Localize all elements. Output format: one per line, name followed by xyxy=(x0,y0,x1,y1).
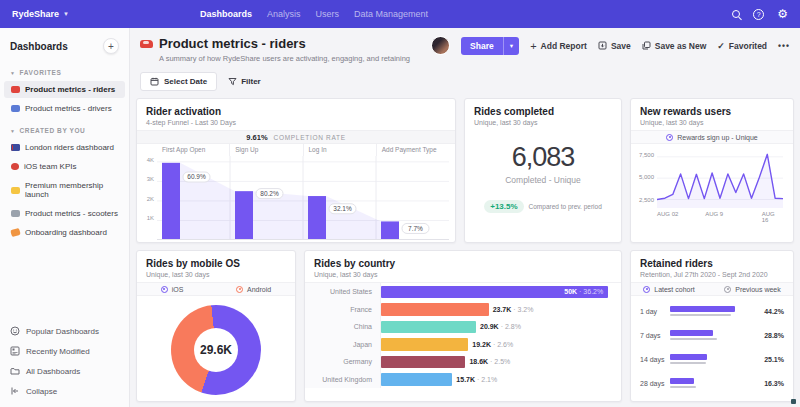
retention-label: 28 days xyxy=(640,380,670,387)
country-row: United Kingdom15.7K · 2.1% xyxy=(305,371,621,389)
country-bar[interactable] xyxy=(381,321,476,334)
nav-data-management[interactable]: Data Management xyxy=(354,9,428,19)
country-label: Germany xyxy=(305,353,381,371)
add-report-button[interactable]: + Add Report xyxy=(530,40,587,52)
retained-riders-card[interactable]: Retained riders Retention, Jul 27th 2020… xyxy=(630,250,794,402)
favorited-button[interactable]: ✓ Favorited xyxy=(717,41,767,51)
country-bar[interactable] xyxy=(381,373,452,386)
card-subtitle: Retention, Jul 27th 2020 - Sept 2nd 2020 xyxy=(640,271,784,278)
sidebar-title: Dashboards xyxy=(10,41,68,52)
line-chart[interactable] xyxy=(657,150,783,208)
collapse-sidebar-button[interactable]: Collapse xyxy=(10,381,119,401)
country-row: China20.9K · 2.8% xyxy=(305,318,621,336)
retention-label: 14 days xyxy=(640,356,670,363)
funnel-chart[interactable]: 60.9%80.2%32.1%7.7% xyxy=(157,156,449,240)
previous-week-bar[interactable] xyxy=(670,314,731,316)
all-dashboards-link[interactable]: All Dashboards xyxy=(10,361,119,381)
rides-by-mobile-os-card[interactable]: Rides by mobile OS Unique, last 30 days … xyxy=(136,250,296,402)
latest-cohort-bar[interactable] xyxy=(670,306,735,312)
apple-icon xyxy=(11,163,19,170)
sidebar-item-product-metrics-riders[interactable]: Product metrics - riders xyxy=(4,81,125,98)
country-bar[interactable] xyxy=(381,303,489,316)
legend-rewards-signup[interactable]: Rewards sign up - Unique xyxy=(666,134,758,141)
country-label: Japan xyxy=(305,336,381,354)
svg-text:32.1%: 32.1% xyxy=(333,205,352,212)
filter-button[interactable]: Filter xyxy=(226,73,263,90)
previous-week-bar[interactable] xyxy=(670,362,706,364)
card-title: Rides by mobile OS xyxy=(146,258,286,269)
resize-handle[interactable] xyxy=(791,399,796,404)
created-by-you-section-header[interactable]: ▼ CREATED BY YOU xyxy=(0,118,129,138)
nav-dashboards[interactable]: Dashboards xyxy=(200,9,252,19)
country-bar[interactable] xyxy=(381,356,465,369)
funnel-step-headers: First App Open Sign Up Log In Add Paymen… xyxy=(157,144,449,156)
new-rewards-users-card[interactable]: New rewards users Unique, last 30 days R… xyxy=(630,98,794,243)
brand-menu[interactable]: RydeShare ▼ xyxy=(12,9,69,19)
sidebar-item-product-metrics-drivers[interactable]: Product metrics - drivers xyxy=(4,100,125,117)
share-button[interactable]: Share ▼ xyxy=(461,37,519,55)
card-title: Rider activation xyxy=(146,106,446,117)
main-content: Product metrics - riders A summary of ho… xyxy=(130,28,800,407)
series-radio-icon xyxy=(666,134,673,141)
legend-ios[interactable]: iOS xyxy=(161,286,184,293)
series-radio-icon xyxy=(643,286,650,293)
country-row: Germany18.6K · 2.5% xyxy=(305,353,621,371)
delta-badge: +13.5% xyxy=(484,200,523,213)
country-bar[interactable] xyxy=(381,338,468,351)
chevron-down-icon[interactable]: ▼ xyxy=(503,37,519,55)
sidebar-item-product-metrics-scooters[interactable]: Product metrics - scooters xyxy=(4,205,125,222)
sidebar-item-onboarding-dashboard[interactable]: Onboarding dashboard xyxy=(4,224,125,241)
country-bar[interactable]: 50K · 36.2% xyxy=(381,286,608,299)
car-icon xyxy=(140,40,153,48)
legend-previous-week[interactable]: Previous week xyxy=(724,286,781,293)
latest-cohort-bar[interactable] xyxy=(670,378,694,384)
country-label: United Kingdom xyxy=(305,371,381,389)
latest-cohort-bar[interactable] xyxy=(670,330,713,336)
sidebar-item-ios-team-kpis[interactable]: iOS team KPIs xyxy=(4,158,125,175)
user-avatar[interactable] xyxy=(431,36,450,55)
svg-text:60.9%: 60.9% xyxy=(187,173,206,180)
country-bar-track: 23.7K · 3.2% xyxy=(381,301,621,319)
retention-bar-chart: 1 day44.2%7 days28.8%14 days25.1%28 days… xyxy=(631,296,793,395)
legend-android[interactable]: Android xyxy=(236,286,271,293)
donut-chart[interactable]: 29.6K xyxy=(171,305,261,395)
completion-rate-banner: 9.61% COMPLETION RATE xyxy=(137,130,455,144)
rides-completed-card[interactable]: Rides completed Unique, last 30 days 6,0… xyxy=(464,98,622,243)
select-date-button[interactable]: Select Date xyxy=(140,72,217,91)
sidebar-item-premium-membership[interactable]: Premium membership launch xyxy=(4,177,125,203)
country-row: France23.7K · 3.2% xyxy=(305,301,621,319)
page-title: Product metrics - riders xyxy=(159,36,306,51)
sidebar-item-london-riders[interactable]: London riders dashboard xyxy=(4,139,125,156)
nav-users[interactable]: Users xyxy=(316,9,340,19)
bar-value-label: 23.7K · 3.2% xyxy=(493,306,534,313)
sidebar: Dashboards + ▼ FAVORITES Product metrics… xyxy=(0,28,130,407)
save-button[interactable]: Save xyxy=(598,41,631,51)
retention-percent: 28.8% xyxy=(758,332,784,339)
country-bar-track: 15.7K · 2.1% xyxy=(381,371,621,389)
more-options-button[interactable]: ••• xyxy=(778,41,790,51)
svg-text:7.7%: 7.7% xyxy=(408,225,423,232)
rider-activation-card[interactable]: Rider activation 4-step Funnel - Last 30… xyxy=(136,98,456,243)
legend-latest-cohort[interactable]: Latest cohort xyxy=(643,286,694,293)
settings-gear-icon[interactable]: ⚙ xyxy=(777,8,788,20)
previous-week-bar[interactable] xyxy=(670,338,717,340)
search-icon[interactable] xyxy=(732,10,740,18)
country-bar-chart: United States50K · 36.2%France23.7K · 3.… xyxy=(305,282,621,388)
favorites-section-header[interactable]: ▼ FAVORITES xyxy=(0,60,129,80)
help-icon[interactable]: ? xyxy=(753,9,764,20)
recently-modified-link[interactable]: Recently Modified xyxy=(10,341,119,361)
popular-dashboards-link[interactable]: Popular Dashboards xyxy=(10,321,119,341)
conversion-bubble: 7.7% xyxy=(402,223,429,233)
nav-analysis[interactable]: Analysis xyxy=(267,9,301,19)
save-as-new-button[interactable]: Save as New xyxy=(642,41,707,51)
latest-cohort-bar[interactable] xyxy=(670,354,707,360)
add-dashboard-button[interactable]: + xyxy=(103,38,119,54)
retention-percent: 25.1% xyxy=(758,356,784,363)
previous-week-bar[interactable] xyxy=(670,386,696,388)
calendar-icon xyxy=(150,77,159,86)
country-label: China xyxy=(305,318,381,336)
rides-by-country-card[interactable]: Rides by country Unique, last 30 days Un… xyxy=(304,250,622,402)
kpi-value: 6,083 xyxy=(465,142,621,173)
retention-percent: 44.2% xyxy=(758,308,784,315)
card-subtitle: Unique, last 30 days xyxy=(146,271,286,278)
